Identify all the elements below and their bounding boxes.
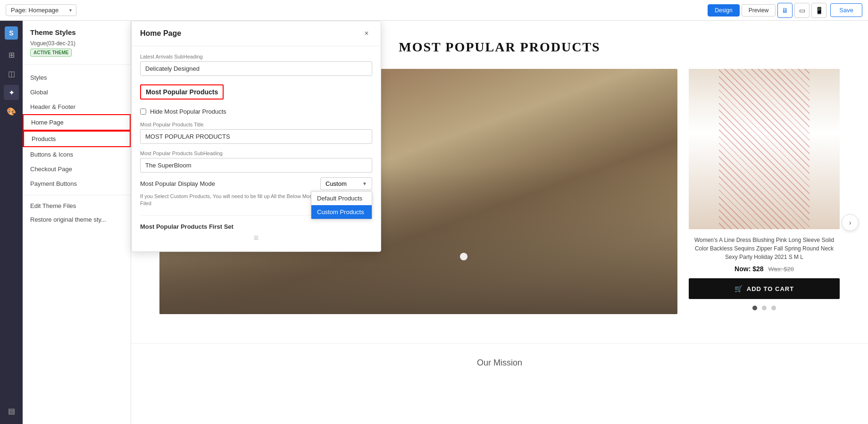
- main-layout: S ⊞ ◫ ✦ 🎨 ▤ Theme Styles Vogue(03-dec-21…: [0, 21, 868, 424]
- nav-link-restore[interactable]: Restore original theme sty...: [23, 213, 131, 226]
- preview-btn[interactable]: Preview: [742, 4, 776, 17]
- modal-close-button[interactable]: ×: [361, 28, 372, 39]
- top-bar-left: Page: Homepage: [6, 4, 704, 16]
- hotspot-bottom[interactable]: [460, 253, 467, 260]
- hide-checkbox-label: Hide Most Popular Products: [150, 108, 226, 115]
- right-product-card: Women's A Line Dress Blushing Pink Long …: [689, 69, 840, 310]
- product-dot-3[interactable]: [771, 306, 776, 310]
- theme-panel-header: Theme Styles Vogue(03-dec-21) ACTIVE THE…: [23, 21, 131, 65]
- drag-handle[interactable]: ≡: [140, 230, 372, 244]
- tablet-btn[interactable]: ▭: [794, 3, 810, 18]
- nav-link-edit-files[interactable]: Edit Theme Files: [23, 199, 131, 213]
- design-btn[interactable]: Design: [708, 4, 739, 17]
- product-info: Women's A Line Dress Blushing Pink Long …: [689, 229, 840, 310]
- modal-title: Home Page: [140, 29, 181, 38]
- page-selector-wrap: Page: Homepage: [6, 4, 76, 16]
- modal-panel: Home Page × Latest Arrivals SubHeading M…: [131, 21, 381, 252]
- price-was: Was: $28: [768, 266, 793, 273]
- nav-item-styles[interactable]: Styles: [23, 70, 131, 85]
- nav-item-home-page[interactable]: Home Page: [23, 114, 131, 131]
- nav-divider: [23, 195, 131, 195]
- dot-3[interactable]: [426, 320, 430, 324]
- most-popular-subheading-input[interactable]: [140, 158, 372, 173]
- dot-2[interactable]: [416, 320, 421, 324]
- theme-name: Vogue(03-dec-21): [30, 40, 123, 47]
- latest-arrivals-label: Latest Arrivals SubHeading: [140, 54, 372, 59]
- desktop-btn[interactable]: 🖥: [777, 3, 793, 18]
- display-mode-select-btn[interactable]: Custom ▼: [320, 177, 372, 190]
- dropdown-item-default[interactable]: Default Products: [311, 191, 372, 205]
- add-to-cart-button[interactable]: 🛒 ADD TO CART: [689, 278, 840, 299]
- nav-icon-layers[interactable]: ◫: [4, 66, 19, 81]
- display-mode-row: Most Popular Display Mode Custom ▼ Defau…: [140, 177, 372, 190]
- nav-item-global[interactable]: Global: [23, 85, 131, 100]
- icon-sidebar: S ⊞ ◫ ✦ 🎨 ▤: [0, 21, 23, 424]
- active-theme-badge: ACTIVE THEME: [30, 49, 72, 57]
- top-bar: Page: Homepage Design Preview 🖥 ▭ 📱 Save: [0, 0, 868, 21]
- theme-nav: Styles Global Header & Footer Home Page …: [23, 65, 131, 424]
- product-dot-2[interactable]: [762, 306, 767, 310]
- modal-body: Latest Arrivals SubHeading Most Popular …: [132, 46, 381, 251]
- most-popular-title-input[interactable]: [140, 129, 372, 144]
- price-now: Now: $28: [734, 265, 763, 273]
- display-mode-value: Custom: [326, 180, 347, 187]
- dropdown-arrow-icon: ▼: [362, 181, 367, 186]
- page-selector[interactable]: Page: Homepage: [6, 4, 76, 16]
- theme-panel: Theme Styles Vogue(03-dec-21) ACTIVE THE…: [23, 21, 131, 424]
- app-logo: S: [5, 26, 18, 40]
- nav-item-header-footer[interactable]: Header & Footer: [23, 100, 131, 114]
- dropdown-item-custom[interactable]: Custom Products: [311, 205, 372, 219]
- display-mode-label: Most Popular Display Mode: [140, 180, 215, 187]
- hide-checkbox-row: Hide Most Popular Products: [140, 108, 372, 115]
- nav-item-payment[interactable]: Payment Buttons: [23, 176, 131, 191]
- title-field-label: Most Popular Products Title: [140, 122, 372, 127]
- modal-header: Home Page ×: [132, 21, 381, 46]
- latest-arrivals-input[interactable]: [140, 61, 372, 76]
- our-mission: Our Mission: [131, 343, 868, 382]
- most-popular-section-heading: Most Popular Products: [140, 84, 224, 100]
- mobile-btn[interactable]: 📱: [811, 3, 826, 18]
- nav-icon-menu[interactable]: ▤: [4, 403, 19, 418]
- nav-item-buttons[interactable]: Buttons & Icons: [23, 147, 131, 162]
- product-dot-1[interactable]: [752, 306, 757, 310]
- top-bar-center: Design Preview 🖥 ▭ 📱: [708, 3, 826, 18]
- cart-icon: 🛒: [734, 285, 743, 292]
- display-mode-select-wrap: Custom ▼ Default Products Custom Product…: [320, 177, 372, 190]
- nav-icon-styles[interactable]: ✦: [4, 85, 19, 100]
- dot-1[interactable]: [407, 320, 411, 324]
- subheading-field-label: Most Popular Products SubHeading: [140, 150, 372, 156]
- nav-item-checkout[interactable]: Checkout Page: [23, 162, 131, 176]
- dress-image: [689, 69, 840, 229]
- product-description: Women's A Line Dress Blushing Pink Long …: [689, 236, 840, 261]
- nav-item-products[interactable]: Products: [23, 131, 131, 147]
- nav-icon-grid[interactable]: ⊞: [4, 47, 19, 62]
- add-to-cart-label: ADD TO CART: [747, 285, 794, 292]
- nav-icon-palette[interactable]: 🎨: [4, 104, 19, 119]
- product-dots: [689, 306, 840, 310]
- theme-styles-title: Theme Styles: [30, 28, 123, 36]
- product-price: Now: $28 Was: $28: [689, 265, 840, 273]
- next-arrow-button[interactable]: ›: [842, 214, 859, 231]
- hide-most-popular-checkbox[interactable]: [140, 108, 146, 115]
- save-button[interactable]: Save: [830, 3, 862, 17]
- dropdown-menu: Default Products Custom Products: [311, 191, 372, 219]
- large-image-dots: [159, 320, 677, 324]
- top-bar-right: Save: [830, 3, 862, 17]
